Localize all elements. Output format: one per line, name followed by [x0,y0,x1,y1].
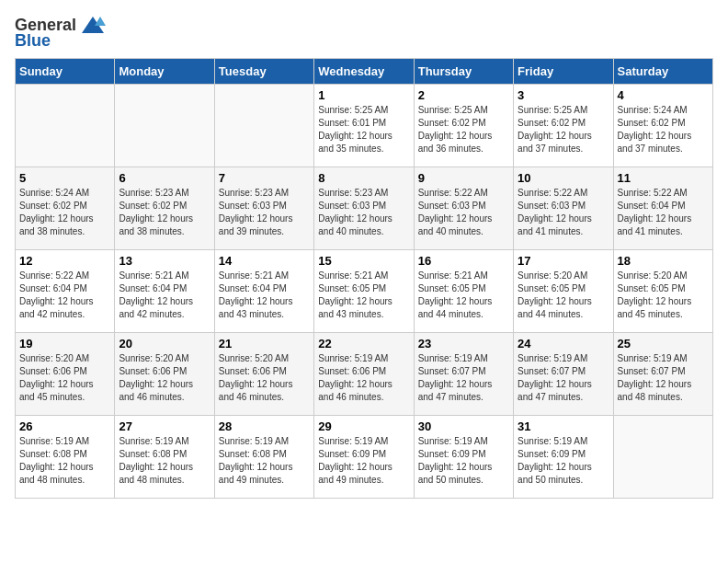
day-info: Sunrise: 5:19 AM Sunset: 6:08 PM Dayligh… [19,435,110,487]
calendar-cell: 15Sunrise: 5:21 AM Sunset: 6:05 PM Dayli… [314,250,414,333]
calendar-cell: 21Sunrise: 5:20 AM Sunset: 6:06 PM Dayli… [214,333,313,416]
calendar-cell: 6Sunrise: 5:23 AM Sunset: 6:02 PM Daylig… [115,167,214,250]
day-number: 3 [518,88,609,102]
weekday-tuesday: Tuesday [214,59,313,85]
weekday-saturday: Saturday [613,59,712,85]
day-info: Sunrise: 5:23 AM Sunset: 6:03 PM Dayligh… [318,187,409,238]
calendar-cell: 18Sunrise: 5:20 AM Sunset: 6:05 PM Dayli… [613,250,712,333]
day-info: Sunrise: 5:20 AM Sunset: 6:06 PM Dayligh… [19,352,110,404]
day-number: 25 [618,337,709,350]
day-info: Sunrise: 5:19 AM Sunset: 6:09 PM Dayligh… [518,435,609,487]
calendar-cell [613,416,712,499]
day-number: 6 [119,171,210,185]
weekday-monday: Monday [115,59,214,85]
day-number: 28 [219,419,310,433]
day-info: Sunrise: 5:19 AM Sunset: 6:09 PM Dayligh… [418,435,509,487]
calendar-cell: 24Sunrise: 5:19 AM Sunset: 6:07 PM Dayli… [514,333,613,416]
calendar-cell: 8Sunrise: 5:23 AM Sunset: 6:03 PM Daylig… [314,167,414,250]
day-number: 21 [219,337,310,350]
calendar-cell [16,85,115,167]
day-number: 1 [318,88,409,102]
day-info: Sunrise: 5:21 AM Sunset: 6:04 PM Dayligh… [119,270,210,321]
calendar-cell [115,85,214,167]
day-number: 7 [219,171,310,185]
calendar-cell: 26Sunrise: 5:19 AM Sunset: 6:08 PM Dayli… [16,416,115,499]
day-info: Sunrise: 5:23 AM Sunset: 6:02 PM Dayligh… [119,187,210,238]
calendar-cell: 16Sunrise: 5:21 AM Sunset: 6:05 PM Dayli… [414,250,513,333]
day-number: 20 [119,337,210,350]
day-info: Sunrise: 5:19 AM Sunset: 6:08 PM Dayligh… [119,435,210,487]
calendar-cell: 27Sunrise: 5:19 AM Sunset: 6:08 PM Dayli… [115,416,214,499]
calendar-cell: 31Sunrise: 5:19 AM Sunset: 6:09 PM Dayli… [514,416,613,499]
calendar-cell: 25Sunrise: 5:19 AM Sunset: 6:07 PM Dayli… [613,333,712,416]
calendar-cell: 28Sunrise: 5:19 AM Sunset: 6:08 PM Dayli… [214,416,313,499]
weekday-header-row: SundayMondayTuesdayWednesdayThursdayFrid… [16,59,713,85]
week-row-2: 5Sunrise: 5:24 AM Sunset: 6:02 PM Daylig… [16,167,713,250]
svg-marker-1 [95,17,106,26]
header: General Blue [15,15,713,51]
day-number: 31 [518,419,609,433]
day-info: Sunrise: 5:24 AM Sunset: 6:02 PM Dayligh… [618,104,709,155]
calendar-cell: 5Sunrise: 5:24 AM Sunset: 6:02 PM Daylig… [16,167,115,250]
calendar-cell: 19Sunrise: 5:20 AM Sunset: 6:06 PM Dayli… [16,333,115,416]
day-number: 27 [119,419,210,433]
day-info: Sunrise: 5:20 AM Sunset: 6:06 PM Dayligh… [119,352,210,404]
calendar-cell: 1Sunrise: 5:25 AM Sunset: 6:01 PM Daylig… [314,85,414,167]
calendar-cell: 10Sunrise: 5:22 AM Sunset: 6:03 PM Dayli… [514,167,613,250]
weekday-friday: Friday [514,59,613,85]
day-info: Sunrise: 5:25 AM Sunset: 6:01 PM Dayligh… [318,104,409,155]
week-row-4: 19Sunrise: 5:20 AM Sunset: 6:06 PM Dayli… [16,333,713,416]
calendar-cell: 17Sunrise: 5:20 AM Sunset: 6:05 PM Dayli… [514,250,613,333]
day-number: 29 [318,419,409,433]
day-number: 2 [418,88,509,102]
day-info: Sunrise: 5:19 AM Sunset: 6:08 PM Dayligh… [219,435,310,487]
day-info: Sunrise: 5:19 AM Sunset: 6:07 PM Dayligh… [518,352,609,404]
day-info: Sunrise: 5:21 AM Sunset: 6:05 PM Dayligh… [418,270,509,321]
calendar-cell: 11Sunrise: 5:22 AM Sunset: 6:04 PM Dayli… [613,167,712,250]
calendar-cell: 9Sunrise: 5:22 AM Sunset: 6:03 PM Daylig… [414,167,513,250]
day-number: 22 [318,337,409,350]
calendar-cell: 13Sunrise: 5:21 AM Sunset: 6:04 PM Dayli… [115,250,214,333]
calendar-cell: 14Sunrise: 5:21 AM Sunset: 6:04 PM Dayli… [214,250,313,333]
day-info: Sunrise: 5:22 AM Sunset: 6:03 PM Dayligh… [418,187,509,238]
day-number: 12 [19,254,110,268]
week-row-1: 1Sunrise: 5:25 AM Sunset: 6:01 PM Daylig… [16,85,713,167]
day-info: Sunrise: 5:19 AM Sunset: 6:06 PM Dayligh… [318,352,409,404]
day-number: 5 [19,171,110,185]
day-info: Sunrise: 5:24 AM Sunset: 6:02 PM Dayligh… [19,187,110,238]
day-number: 15 [318,254,409,268]
day-info: Sunrise: 5:21 AM Sunset: 6:05 PM Dayligh… [318,270,409,321]
day-number: 9 [418,171,509,185]
logo-icon [80,15,106,35]
calendar: SundayMondayTuesdayWednesdayThursdayFrid… [15,58,713,499]
day-info: Sunrise: 5:22 AM Sunset: 6:04 PM Dayligh… [618,187,709,238]
calendar-cell: 22Sunrise: 5:19 AM Sunset: 6:06 PM Dayli… [314,333,414,416]
day-number: 18 [618,254,709,268]
day-info: Sunrise: 5:21 AM Sunset: 6:04 PM Dayligh… [219,270,310,321]
logo: General Blue [15,15,106,51]
day-number: 19 [19,337,110,350]
calendar-cell [214,85,313,167]
week-row-5: 26Sunrise: 5:19 AM Sunset: 6:08 PM Dayli… [16,416,713,499]
day-number: 26 [19,419,110,433]
calendar-cell: 7Sunrise: 5:23 AM Sunset: 6:03 PM Daylig… [214,167,313,250]
weekday-thursday: Thursday [414,59,513,85]
day-number: 4 [618,88,709,102]
day-number: 16 [418,254,509,268]
calendar-cell: 23Sunrise: 5:19 AM Sunset: 6:07 PM Dayli… [414,333,513,416]
calendar-cell: 29Sunrise: 5:19 AM Sunset: 6:09 PM Dayli… [314,416,414,499]
calendar-cell: 3Sunrise: 5:25 AM Sunset: 6:02 PM Daylig… [514,85,613,167]
day-info: Sunrise: 5:19 AM Sunset: 6:07 PM Dayligh… [618,352,709,404]
day-info: Sunrise: 5:22 AM Sunset: 6:03 PM Dayligh… [518,187,609,238]
day-info: Sunrise: 5:19 AM Sunset: 6:09 PM Dayligh… [318,435,409,487]
day-number: 11 [618,171,709,185]
day-number: 17 [518,254,609,268]
day-info: Sunrise: 5:20 AM Sunset: 6:05 PM Dayligh… [518,270,609,321]
day-number: 30 [418,419,509,433]
weekday-sunday: Sunday [16,59,115,85]
day-info: Sunrise: 5:25 AM Sunset: 6:02 PM Dayligh… [518,104,609,155]
logo-blue-text: Blue [15,31,51,51]
day-number: 13 [119,254,210,268]
day-number: 23 [418,337,509,350]
day-info: Sunrise: 5:20 AM Sunset: 6:05 PM Dayligh… [618,270,709,321]
